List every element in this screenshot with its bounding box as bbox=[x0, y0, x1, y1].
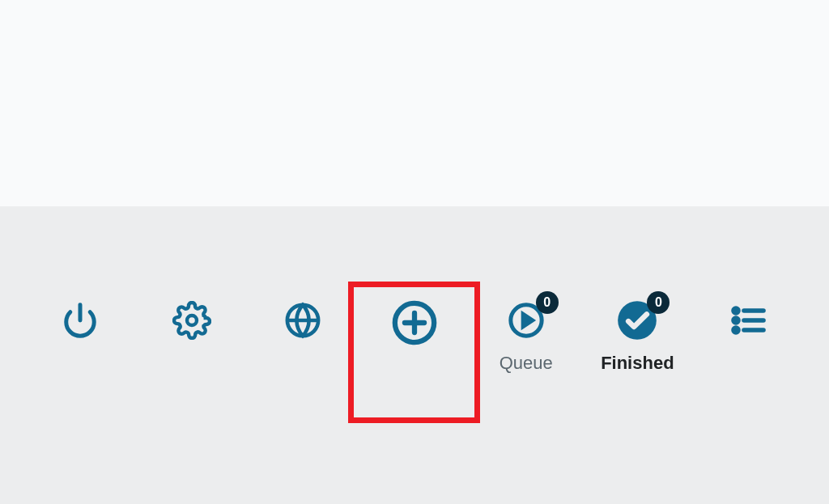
queue-badge: 0 bbox=[536, 291, 559, 314]
content-area bbox=[0, 0, 829, 206]
add-button[interactable] bbox=[370, 299, 459, 346]
play-circle-icon: 0 bbox=[505, 299, 547, 341]
finished-button[interactable]: 0 Finished bbox=[593, 299, 682, 374]
toolbar-section: 0 Queue 0 Finished bbox=[0, 206, 829, 504]
finished-badge: 0 bbox=[647, 291, 670, 314]
power-button[interactable] bbox=[36, 299, 125, 341]
svg-point-11 bbox=[733, 318, 738, 323]
svg-point-1 bbox=[187, 316, 197, 325]
plus-circle-icon bbox=[391, 299, 438, 346]
browser-button[interactable] bbox=[258, 299, 347, 341]
svg-point-10 bbox=[733, 308, 738, 313]
svg-point-12 bbox=[733, 328, 738, 332]
list-icon bbox=[728, 299, 770, 341]
check-circle-icon: 0 bbox=[616, 299, 658, 341]
settings-button[interactable] bbox=[147, 299, 236, 341]
queue-label: Queue bbox=[500, 353, 553, 374]
bottom-toolbar: 0 Queue 0 Finished bbox=[0, 299, 829, 374]
list-button[interactable] bbox=[704, 299, 793, 341]
queue-button[interactable]: 0 Queue bbox=[482, 299, 571, 374]
globe-icon bbox=[282, 299, 324, 341]
finished-label: Finished bbox=[601, 353, 674, 374]
power-icon bbox=[59, 299, 101, 341]
gear-icon bbox=[171, 299, 213, 341]
svg-marker-8 bbox=[523, 314, 533, 326]
